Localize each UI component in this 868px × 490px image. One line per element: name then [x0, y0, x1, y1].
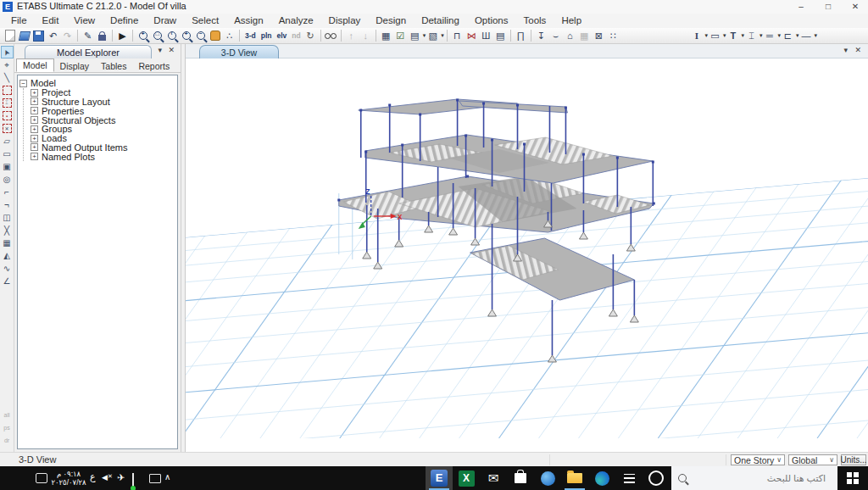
view-options-icon[interactable]	[324, 29, 338, 43]
level2-slab[interactable]	[365, 135, 654, 183]
tab-reports[interactable]: Reports	[132, 60, 175, 72]
tab-model[interactable]: Model	[16, 58, 54, 72]
save-model-icon[interactable]	[31, 29, 46, 43]
network-status-icon[interactable]	[132, 473, 134, 489]
action-center-icon[interactable]	[36, 473, 47, 483]
level1-slab[interactable]	[339, 176, 654, 232]
tree-item-properties[interactable]: + Properties	[31, 106, 175, 115]
object-shading-caret-icon[interactable]: ▾	[441, 32, 444, 39]
taskbar-store-icon[interactable]	[507, 466, 534, 490]
menu-view[interactable]: View	[66, 14, 103, 28]
airplane-mode-icon[interactable]: ✈	[117, 472, 125, 483]
tree-root[interactable]: − Model	[19, 79, 175, 88]
select-by-window-icon[interactable]	[1, 84, 14, 97]
menu-design[interactable]: Design	[368, 14, 414, 28]
object-shading-icon[interactable]: ▧	[426, 29, 440, 43]
tree-item-named-output-items[interactable]: + Named Output Items	[31, 143, 175, 153]
expand-box-icon[interactable]: +	[31, 116, 38, 124]
viewport-tab-3d-view[interactable]: 3-D View	[199, 45, 279, 58]
ground-slab[interactable]	[470, 238, 635, 300]
tree-item-project[interactable]: + Project	[31, 88, 175, 97]
rebar-section-icon[interactable]: ═	[762, 29, 776, 43]
maximize-button[interactable]: □	[815, 0, 841, 13]
rubberband-zoom-icon[interactable]: +	[136, 29, 150, 43]
expand-box-icon[interactable]: +	[31, 135, 38, 142]
draw-angle-icon[interactable]: ∠	[1, 275, 14, 287]
volume-muted-icon[interactable]: ◀✕	[102, 473, 113, 482]
units-button[interactable]: Units...	[841, 454, 866, 465]
draw-mesh-icon[interactable]: ▦	[1, 237, 14, 249]
expand-box-icon[interactable]: +	[31, 125, 38, 133]
model-explorer-title[interactable]: Model Explorer	[25, 45, 152, 58]
tab-display[interactable]: Display	[54, 60, 95, 72]
draw-grid-icon[interactable]: ⊓	[450, 29, 465, 43]
taskbar-browser-icon[interactable]	[534, 466, 561, 490]
3d-model-scene[interactable]: Z X	[186, 58, 868, 438]
menu-analyze[interactable]: Analyze	[271, 14, 321, 28]
line-section-icon[interactable]: —	[798, 29, 813, 43]
draw-rect-area-icon[interactable]: ▭	[1, 148, 14, 160]
taskbar-edge-icon[interactable]	[588, 466, 615, 490]
steel-section-icon[interactable]: I	[689, 29, 704, 43]
search-input[interactable]	[688, 472, 827, 484]
rotate-3d-view-icon[interactable]: ↻	[303, 29, 318, 43]
tree-item-structural-objects[interactable]: + Structural Objects	[31, 115, 175, 125]
display-options-icon[interactable]: ☑	[393, 29, 408, 43]
menu-define[interactable]: Define	[103, 14, 146, 28]
draw-stairs-icon[interactable]: ▤	[493, 29, 508, 43]
touchpad-icon[interactable]	[149, 474, 161, 483]
new-model-icon[interactable]	[3, 29, 17, 43]
deselect-icon[interactable]: ✕	[1, 122, 14, 135]
start-button[interactable]	[837, 466, 868, 490]
expand-box-icon[interactable]: +	[31, 89, 38, 97]
run-analysis-icon[interactable]: ▶	[115, 29, 130, 43]
boxed-I-section-icon[interactable]: ⌶	[744, 29, 759, 43]
reshape-object-icon[interactable]: ⌖	[1, 58, 14, 71]
coord-system-select[interactable]: Global ∨	[788, 454, 837, 465]
grid-visibility-icon[interactable]: ▦	[379, 29, 393, 43]
quick-draw-area-icon[interactable]: ▱	[1, 135, 14, 148]
select-joint-icon[interactable]: ▪	[1, 109, 14, 122]
tree-item-named-plots[interactable]: + Named Plots	[31, 152, 175, 161]
taskbar-etabs-icon[interactable]: E	[426, 466, 453, 490]
open-model-icon[interactable]	[17, 29, 31, 43]
menu-assign[interactable]: Assign	[226, 14, 271, 28]
expand-box-icon[interactable]: +	[31, 107, 38, 114]
draw-shell-icon[interactable]: ⌣	[548, 29, 563, 43]
draw-area-point-icon[interactable]: ▣	[1, 160, 14, 173]
draw-window-icon[interactable]: ◫	[1, 211, 14, 224]
undo-icon[interactable]: ↶	[46, 29, 60, 43]
channel-section-icon[interactable]: ⊏	[781, 29, 795, 43]
menu-tools[interactable]: Tools	[516, 14, 554, 28]
previous-zoom-icon[interactable]: ‹	[164, 29, 179, 43]
explorer-close-icon[interactable]: ✕	[168, 46, 175, 54]
draw-curve-icon[interactable]: ∿	[1, 262, 14, 275]
taskbar-cortana-icon[interactable]	[643, 466, 670, 490]
expand-box-icon[interactable]: +	[31, 143, 38, 151]
menu-display[interactable]: Display	[321, 14, 369, 28]
tree-item-structure-layout[interactable]: + Structure Layout	[31, 97, 175, 107]
draw-line-icon[interactable]: ╲	[1, 71, 14, 84]
tray-expand-icon[interactable]: ∧	[164, 472, 170, 482]
tree-item-groups[interactable]: + Groups	[31, 125, 175, 134]
expand-box-icon[interactable]: +	[31, 97, 38, 105]
restore-full-view-icon[interactable]: □	[150, 29, 164, 43]
draw-tendon-icon[interactable]: ⌂	[563, 29, 577, 43]
select-pointer-icon[interactable]: ➤	[1, 46, 14, 58]
menu-options[interactable]: Options	[467, 14, 516, 28]
view-elevation-icon[interactable]: elv	[275, 31, 290, 40]
expand-box-icon[interactable]: +	[31, 153, 38, 160]
view-3d-icon[interactable]: 3-d	[242, 31, 259, 40]
menu-select[interactable]: Select	[184, 14, 226, 28]
zoom-out-icon[interactable]: −	[193, 29, 208, 43]
snap-grid-icon[interactable]: ∷	[606, 29, 620, 43]
view-plan-icon[interactable]: pln	[259, 31, 275, 40]
minimize-button[interactable]: –	[788, 0, 814, 13]
story-select[interactable]: One Story ∨	[731, 454, 785, 465]
menu-edit[interactable]: Edit	[35, 14, 67, 28]
tab-tables[interactable]: Tables	[95, 60, 132, 72]
select-beam-icon[interactable]: ⌶	[1, 97, 14, 109]
taskbar-search-box[interactable]	[671, 466, 837, 490]
redo-icon[interactable]: ↷	[60, 29, 75, 43]
taskbar-file-explorer-icon[interactable]	[561, 466, 588, 490]
